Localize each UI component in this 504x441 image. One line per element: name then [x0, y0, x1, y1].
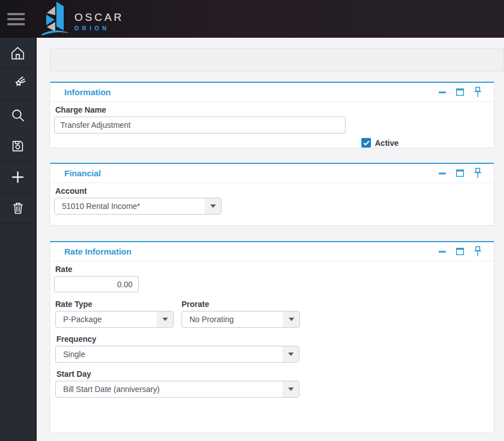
- sidebar-nav: [0, 38, 37, 441]
- information-panel-title: Information: [64, 87, 111, 97]
- chevron-down-icon: [283, 311, 299, 327]
- sidebar-item-add[interactable]: [0, 162, 36, 193]
- minimize-icon[interactable]: [439, 251, 446, 253]
- favorites-icon: [10, 76, 26, 92]
- toolbar-strip: [50, 48, 504, 72]
- prorate-label: Prorate: [182, 300, 300, 309]
- maximize-icon[interactable]: [456, 88, 464, 96]
- chevron-down-icon: [205, 198, 221, 214]
- rate-type-dropdown[interactable]: P-Package: [55, 311, 174, 328]
- minimize-icon[interactable]: [439, 172, 446, 175]
- frequency-dropdown[interactable]: Single: [55, 346, 299, 363]
- home-icon: [10, 46, 25, 61]
- financial-panel-header: Financial: [50, 164, 494, 183]
- active-checkbox[interactable]: [361, 138, 371, 148]
- prorate-dropdown-value: No Prorating: [182, 315, 283, 324]
- maximize-icon[interactable]: [456, 248, 464, 255]
- frequency-label: Frequency: [56, 335, 494, 344]
- chevron-down-icon: [157, 311, 173, 327]
- pin-icon[interactable]: [474, 246, 481, 257]
- financial-panel: Financial Account 51010 Rental Income*: [50, 163, 494, 226]
- information-panel: Information Charge Name Active: [50, 82, 494, 148]
- delete-icon: [11, 201, 25, 215]
- start-day-dropdown[interactable]: Bill Start Date (anniversary): [55, 381, 299, 398]
- top-bar: OSCAR ORION: [0, 0, 504, 38]
- rate-information-panel: Rate Information Rate Rate Type P-Packag…: [50, 241, 494, 433]
- sidebar-item-search[interactable]: [0, 100, 36, 131]
- rate-information-panel-header: Rate Information: [50, 242, 494, 261]
- account-dropdown[interactable]: 51010 Rental Income*: [54, 198, 222, 215]
- add-icon: [10, 170, 25, 185]
- rate-type-field: Rate Type P-Package: [55, 300, 174, 328]
- financial-panel-title: Financial: [64, 168, 101, 178]
- charge-name-label: Charge Name: [55, 105, 494, 114]
- start-day-label: Start Day: [56, 369, 494, 378]
- maximize-icon[interactable]: [456, 170, 464, 177]
- rate-type-dropdown-value: P-Package: [56, 315, 157, 324]
- charge-name-input[interactable]: [54, 117, 346, 133]
- main-content: Information Charge Name Active Fina: [37, 38, 504, 441]
- active-checkbox-label: Active: [375, 139, 399, 148]
- information-panel-header: Information: [50, 83, 494, 102]
- minimize-icon[interactable]: [439, 91, 446, 93]
- sidebar-item-home[interactable]: [0, 38, 36, 69]
- chevron-down-icon: [282, 381, 299, 397]
- pin-icon[interactable]: [474, 168, 481, 179]
- pin-icon[interactable]: [474, 87, 481, 97]
- prorate-dropdown[interactable]: No Prorating: [182, 311, 300, 328]
- account-dropdown-value: 51010 Rental Income*: [55, 202, 205, 211]
- save-icon: [11, 139, 25, 153]
- sidebar-item-favorites[interactable]: [0, 69, 36, 100]
- logo-building-icon: [41, 1, 70, 36]
- search-icon: [10, 108, 25, 123]
- chevron-down-icon: [282, 346, 299, 362]
- sidebar-item-delete[interactable]: [0, 193, 36, 224]
- rate-information-panel-title: Rate Information: [64, 247, 131, 256]
- account-label: Account: [55, 186, 494, 195]
- frequency-dropdown-value: Single: [56, 350, 282, 359]
- rate-input[interactable]: [54, 276, 139, 292]
- sidebar-item-save[interactable]: [0, 131, 36, 162]
- start-day-dropdown-value: Bill Start Date (anniversary): [56, 385, 282, 394]
- app-logo: OSCAR ORION: [41, 1, 124, 36]
- menu-icon[interactable]: [7, 13, 25, 25]
- check-icon: [363, 140, 370, 146]
- rate-label: Rate: [55, 265, 494, 274]
- logo-text-primary: OSCAR: [74, 11, 124, 24]
- prorate-field: Prorate No Prorating: [182, 300, 300, 328]
- rate-type-label: Rate Type: [55, 300, 174, 309]
- logo-text-secondary: ORION: [74, 25, 124, 32]
- active-checkbox-group[interactable]: Active: [361, 138, 399, 148]
